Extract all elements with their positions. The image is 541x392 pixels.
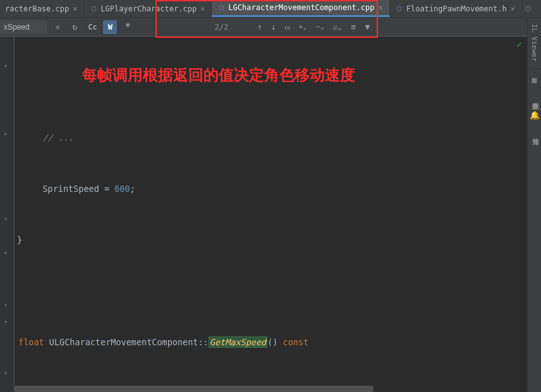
header-file-icon: ⬡ <box>395 4 404 13</box>
fold-icon[interactable]: ▴ <box>4 318 8 324</box>
editor-tab-bar: racterBase.cpp × ⬡ LGPlayerCharacter.cpp… <box>0 0 541 18</box>
fold-icon[interactable]: ▸ <box>4 130 8 137</box>
next-match-icon[interactable]: ↓ <box>271 22 276 32</box>
editor-tab-label: racterBase.cpp <box>5 4 69 13</box>
code-text: () <box>267 337 277 347</box>
code-text: float <box>18 337 44 347</box>
fold-icon[interactable]: ▴ <box>4 300 8 307</box>
search-input[interactable] <box>0 20 47 34</box>
editor-tab-label: FloatingPawnMovement.h <box>406 4 507 13</box>
rail-database[interactable]: 数据库 <box>528 91 541 104</box>
code-text: 600 <box>114 184 130 194</box>
tab-floatingpawnmovement[interactable]: ⬡ FloatingPawnMovement.h × <box>390 0 522 17</box>
code-text: ULGCharacterMovementComponent <box>44 337 198 347</box>
find-toolbar: × ↻ Cc W * 2/2 ↑ ↓ ▭ +⌄ −⌄ ☑⌄ ≡ ▼ <box>0 18 541 37</box>
rail-il-viewer[interactable]: IL Viewer <box>528 18 541 69</box>
code-text: ; <box>130 184 135 194</box>
cpp-file-icon: ⬡ <box>89 4 98 13</box>
scrollbar-thumb[interactable] <box>15 386 374 392</box>
fold-icon[interactable]: ▾ <box>4 249 8 256</box>
editor-tab-label: LGPlayerCharacter.cpp <box>100 4 197 13</box>
gutter[interactable]: ▾ ▸ ▾ ▾ ▴ ▴ ▴ <box>0 37 15 392</box>
code-text: :: <box>198 337 208 347</box>
fold-icon[interactable]: ▾ <box>4 62 8 69</box>
fold-icon[interactable]: ▾ <box>4 215 8 222</box>
cpp-file-icon: ⬡ <box>217 3 226 12</box>
code-text: SprintSpeed <box>42 184 99 194</box>
prev-match-icon[interactable]: ↑ <box>257 22 262 32</box>
remove-selection-icon[interactable]: −⌄ <box>316 23 324 31</box>
add-selection-icon[interactable]: +⌄ <box>299 23 307 31</box>
database-icon[interactable]: ▦ <box>528 69 541 91</box>
right-tool-rail: IL Viewer ▦ 数据库 🔔 通知 <box>527 18 541 392</box>
find-nav-group: ↑ ↓ ▭ +⌄ −⌄ ☑⌄ ≡ ▼ <box>257 22 370 32</box>
match-count: 2/2 <box>138 23 253 32</box>
editor-tab-label: LGCharacterMovementComponent.cpp <box>228 3 374 12</box>
code-text: const <box>277 337 308 347</box>
filter-icon[interactable]: ▼ <box>365 22 370 32</box>
cpp-file-icon: ⬡ <box>524 4 533 13</box>
regex-toggle[interactable]: * <box>121 20 135 34</box>
horizontal-scrollbar[interactable] <box>15 386 527 392</box>
close-icon[interactable]: × <box>71 4 78 13</box>
match-case-toggle[interactable]: Cc <box>85 20 99 34</box>
tab-lgplayercharacter[interactable]: ⬡ LGPlayerCharacter.cpp × <box>84 0 212 17</box>
bell-icon[interactable]: 🔔 <box>528 104 541 126</box>
history-icon[interactable]: ↻ <box>68 20 82 34</box>
tab-lgcharactermovementcomponent[interactable]: ⬡ LGCharacterMovementComponent.cpp × <box>212 0 389 17</box>
rail-notifications[interactable]: 通知 <box>528 126 541 140</box>
code-text: GetMaxSpeed <box>209 336 267 348</box>
select-all-occurrences-icon[interactable]: ☑⌄ <box>333 23 342 32</box>
code-area[interactable]: // ... SprintSpeed = 600; } float ULGCha… <box>15 37 541 392</box>
code-text: = <box>99 184 114 194</box>
fold-icon[interactable]: ▴ <box>4 369 8 376</box>
toggle-1-icon[interactable]: ≡ <box>351 22 356 32</box>
code-text: } <box>17 235 22 245</box>
tab-overflow[interactable]: ⬡ <box>522 0 535 17</box>
close-icon[interactable]: × <box>377 3 384 12</box>
close-icon[interactable]: × <box>199 4 206 13</box>
close-icon[interactable]: × <box>509 4 516 13</box>
select-all-icon[interactable]: ▭ <box>285 22 290 32</box>
close-icon[interactable]: × <box>51 22 64 32</box>
code-editor[interactable]: ▾ ▸ ▾ ▾ ▴ ▴ ▴ // ... SprintSpeed = 600; … <box>0 37 541 392</box>
tab-racterbase[interactable]: racterBase.cpp × <box>0 0 84 17</box>
code-comment: // ... <box>42 133 73 143</box>
words-toggle[interactable]: W <box>103 20 117 34</box>
